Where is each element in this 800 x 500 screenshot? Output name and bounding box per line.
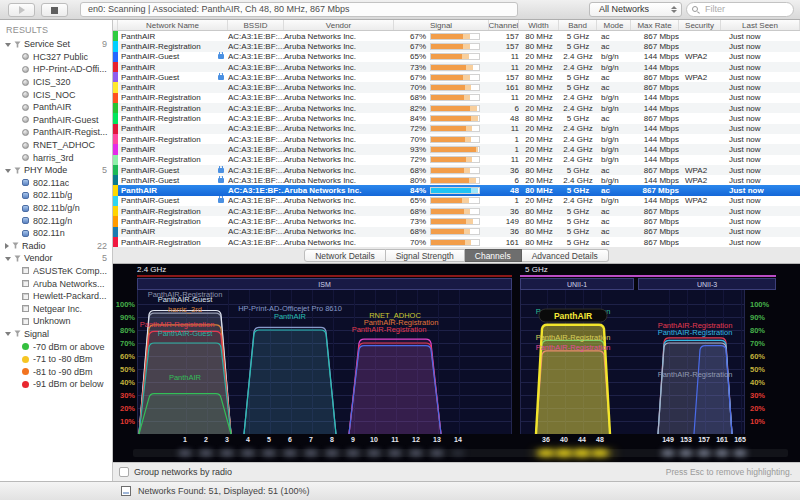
network-curve[interactable] <box>694 346 732 434</box>
sidebar-item[interactable]: PanthAIR-Regist... <box>0 126 112 139</box>
security: WPA2 <box>679 176 721 185</box>
sidebar-item[interactable]: HC327 Public <box>0 51 112 64</box>
sidebar-group-signal[interactable]: Signal <box>0 328 112 341</box>
tab-advanced-details[interactable]: Advanced Details <box>522 249 609 262</box>
column-header-max-rate[interactable]: Max Rate <box>631 20 679 30</box>
table-header[interactable]: Network NameBSSIDVendorSignalChannelWidt… <box>113 20 800 31</box>
signal-bar <box>430 64 480 71</box>
group-by-radio-checkbox[interactable] <box>119 467 129 477</box>
signal-level-dot-icon <box>22 368 29 375</box>
network-curve[interactable] <box>349 346 441 434</box>
tab-signal-strength[interactable]: Signal Strength <box>386 249 465 262</box>
tab-channels[interactable]: Channels <box>465 249 522 262</box>
channel-width: 80 MHz <box>519 238 559 247</box>
column-header-bssid[interactable]: BSSID <box>228 20 284 30</box>
band: 5 GHz <box>559 227 597 236</box>
network-scope-dropdown[interactable]: All Networks <box>589 2 682 17</box>
network-curve[interactable] <box>139 394 231 434</box>
table-row[interactable]: PanthAIR-RegistrationAC:A3:1E:BF:...Arub… <box>113 113 800 123</box>
sidebar-item[interactable]: PanthAIR <box>0 101 112 114</box>
table-row[interactable]: PanthAIR-RegistrationAC:A3:1E:BF:...Arub… <box>113 103 800 113</box>
sidebar-item[interactable]: Netgear Inc. <box>0 302 112 315</box>
sidebar-group-label: Service Set <box>24 39 70 49</box>
table-row[interactable]: PanthAIRAC:A3:1E:BF:...Aruba Networks In… <box>113 185 800 195</box>
sidebar-item[interactable]: harris_3rd <box>0 151 112 164</box>
table-row[interactable]: PanthAIRAC:A3:1E:BF:...Aruba Networks In… <box>113 31 800 41</box>
column-header-mode[interactable]: Mode <box>597 20 631 30</box>
network-name: PanthAIR <box>118 83 228 92</box>
sidebar-item[interactable]: Unknown <box>0 315 112 328</box>
mode: ac <box>597 207 631 216</box>
signal-cell: 65% <box>394 52 489 61</box>
sidebar-item-label: Unknown <box>33 316 71 326</box>
table-row[interactable]: PanthAIR-GuestAC:A3:1E:BF:...Aruba Netwo… <box>113 72 800 82</box>
signal-percent: 70% <box>394 83 430 92</box>
table-row[interactable]: PanthAIRAC:A3:1E:BF:...Aruba Networks In… <box>113 82 800 92</box>
table-row[interactable]: PanthAIR-RegistrationAC:A3:1E:BF:...Arub… <box>113 41 800 51</box>
network-name: PanthAIR <box>118 63 228 72</box>
sidebar-item[interactable]: -81 to -90 dBm <box>0 365 112 378</box>
table-row[interactable]: PanthAIR-GuestAC:A3:1E:BF:...Aruba Netwo… <box>113 52 800 62</box>
start-scan-button[interactable] <box>8 3 35 17</box>
table-row[interactable]: PanthAIRAC:A3:1E:BF:...Aruba Networks In… <box>113 124 800 134</box>
sidebar-item[interactable]: 802.11b/g/n <box>0 202 112 215</box>
channel: 6 <box>489 176 519 185</box>
tab-network-details[interactable]: Network Details <box>304 249 386 262</box>
bssid: AC:A3:1E:BF:... <box>228 124 284 133</box>
column-header-band[interactable]: Band <box>559 20 597 30</box>
column-header-width[interactable]: Width <box>519 20 559 30</box>
table-row[interactable]: PanthAIR-RegistrationAC:A3:1E:BF:...Arub… <box>113 93 800 103</box>
sidebar-item[interactable]: Hewlett-Packard... <box>0 290 112 303</box>
sidebar-group-vendor[interactable]: Vendor5 <box>0 252 112 265</box>
column-header-channel[interactable]: Channel <box>489 20 519 30</box>
column-header-security[interactable]: Security <box>679 20 721 30</box>
last-seen: Just now <box>721 186 800 195</box>
sidebar-item[interactable]: RNET_ADHOC <box>0 139 112 152</box>
sidebar-group-radio[interactable]: Radio22 <box>0 240 112 253</box>
network-curve[interactable] <box>244 330 336 434</box>
bssid: AC:A3:1E:BF:... <box>228 217 284 226</box>
stop-scan-button[interactable] <box>41 3 68 17</box>
column-header-vendor[interactable]: Vendor <box>284 20 394 30</box>
sidebar-item[interactable]: -71 to -80 dBm <box>0 353 112 366</box>
column-header-last-seen[interactable]: Last Seen <box>721 20 800 30</box>
column-header-network-name[interactable]: Network Name <box>118 20 228 30</box>
table-row[interactable]: PanthAIR-RegistrationAC:A3:1E:BF:...Arub… <box>113 155 800 165</box>
column-header-signal[interactable]: Signal <box>394 20 489 30</box>
channel: 161 <box>489 238 519 247</box>
sidebar-item[interactable]: 802.11g/n <box>0 214 112 227</box>
filter-input[interactable]: Filter <box>686 2 794 17</box>
sidebar-item[interactable]: ICIS_320 <box>0 76 112 89</box>
sidebar-group-service-set[interactable]: Service Set9 <box>0 38 112 51</box>
table-row[interactable]: PanthAIR-GuestAC:A3:1E:BF:...Aruba Netwo… <box>113 196 800 206</box>
sidebar-group-phy-mode[interactable]: PHY Mode5 <box>0 164 112 177</box>
table-row[interactable]: PanthAIRAC:A3:1E:BF:...Aruba Networks In… <box>113 62 800 72</box>
selected-network-badge-label: PanthAIR <box>554 311 592 321</box>
table-row[interactable]: PanthAIR-RegistrationAC:A3:1E:BF:...Arub… <box>113 206 800 216</box>
table-row[interactable]: PanthAIR-GuestAC:A3:1E:BF:...Aruba Netwo… <box>113 175 800 185</box>
mode: ac <box>597 42 631 51</box>
sidebar-item[interactable]: HP-Print-AD-Offi... <box>0 63 112 76</box>
network-name: PanthAIR-Registration <box>118 93 228 102</box>
channels-chart: 2.4 GHz5 GHzISMUNII-1UNII-310%10%20%20%3… <box>113 264 800 462</box>
table-row[interactable]: PanthAIR-RegistrationAC:A3:1E:BF:...Arub… <box>113 216 800 226</box>
table-row[interactable]: PanthAIR-RegistrationAC:A3:1E:BF:...Arub… <box>113 237 800 247</box>
sidebar-item[interactable]: 802.11n <box>0 227 112 240</box>
table-row[interactable]: PanthAIR-RegistrationAC:A3:1E:BF:...Arub… <box>113 134 800 144</box>
sidebar-item[interactable]: 802.11ac <box>0 177 112 190</box>
table-row[interactable]: PanthAIR-GuestAC:A3:1E:BF:...Aruba Netwo… <box>113 165 800 175</box>
table-row[interactable]: PanthAIRAC:A3:1E:BF:...Aruba Networks In… <box>113 227 800 237</box>
sidebar-item[interactable]: ASUSTeK Comp... <box>0 265 112 278</box>
sidebar-item[interactable]: ICIS_NOC <box>0 88 112 101</box>
sidebar-item[interactable]: -70 dBm or above <box>0 340 112 353</box>
sidebar-item[interactable]: -91 dBm or below <box>0 378 112 391</box>
last-seen: Just now <box>721 166 800 175</box>
table-row[interactable]: PanthAIRAC:A3:1E:BF:...Aruba Networks In… <box>113 144 800 154</box>
sidebar-item[interactable]: PanthAIR-Guest <box>0 114 112 127</box>
phy-mode-icon <box>22 217 29 224</box>
phy-mode-icon <box>22 179 29 186</box>
bssid: AC:A3:1E:BF:... <box>228 52 284 61</box>
sidebar-item[interactable]: Aruba Networks... <box>0 277 112 290</box>
signal-percent: 72% <box>394 124 430 133</box>
sidebar-item[interactable]: 802.11b/g <box>0 189 112 202</box>
